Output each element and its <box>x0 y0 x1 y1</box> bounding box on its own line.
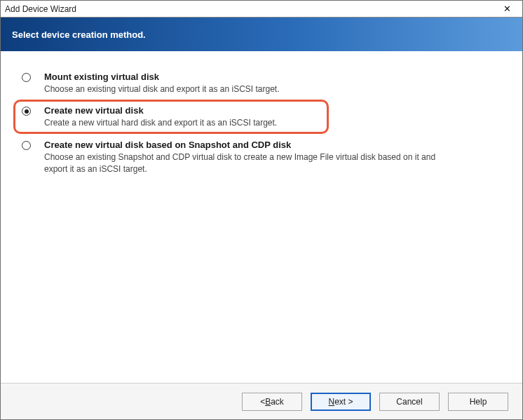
back-label-prefix: < <box>260 397 265 407</box>
back-label-suffix: ack <box>271 397 284 407</box>
option-create-new[interactable]: Create new virtual disk Create a new vir… <box>22 105 501 129</box>
radio-create-new[interactable] <box>22 107 31 116</box>
option-mount-existing[interactable]: Mount existing virtual disk Choose an ex… <box>22 72 501 95</box>
close-button[interactable]: ✕ <box>491 1 522 17</box>
radio-snapshot-cdp[interactable] <box>22 141 31 150</box>
titlebar: Add Device Wizard ✕ <box>1 1 522 18</box>
next-button[interactable]: Next > <box>311 393 371 411</box>
back-button[interactable]: < Back <box>242 393 302 411</box>
option-desc: Choose an existing virtual disk and expo… <box>44 83 437 95</box>
back-label-hotkey: B <box>265 397 271 407</box>
option-title: Create new virtual disk <box>44 105 501 116</box>
option-snapshot-cdp[interactable]: Create new virtual disk based on Snapsho… <box>22 140 501 176</box>
option-title: Mount existing virtual disk <box>44 72 501 82</box>
close-icon: ✕ <box>503 4 511 14</box>
wizard-heading: Select device creation method. <box>12 29 146 40</box>
option-desc: Create a new virtual hard disk and expor… <box>44 117 437 129</box>
wizard-window: Add Device Wizard ✕ Select device creati… <box>0 0 523 420</box>
cancel-label: Cancel <box>396 397 422 407</box>
wizard-banner: Select device creation method. <box>1 18 522 51</box>
next-label-suffix: ext > <box>334 397 353 407</box>
help-button[interactable]: Help <box>448 393 508 411</box>
wizard-content: Mount existing virtual disk Choose an ex… <box>1 52 522 383</box>
cancel-button[interactable]: Cancel <box>379 393 440 411</box>
next-label-hotkey: N <box>328 397 334 407</box>
help-label: Help <box>470 397 487 407</box>
option-desc: Choose an existing Snapshot and CDP virt… <box>44 151 437 176</box>
window-title: Add Device Wizard <box>1 4 76 14</box>
wizard-footer: < Back Next > Cancel Help <box>1 383 522 419</box>
option-title: Create new virtual disk based on Snapsho… <box>44 140 501 150</box>
radio-mount-existing[interactable] <box>22 73 31 82</box>
